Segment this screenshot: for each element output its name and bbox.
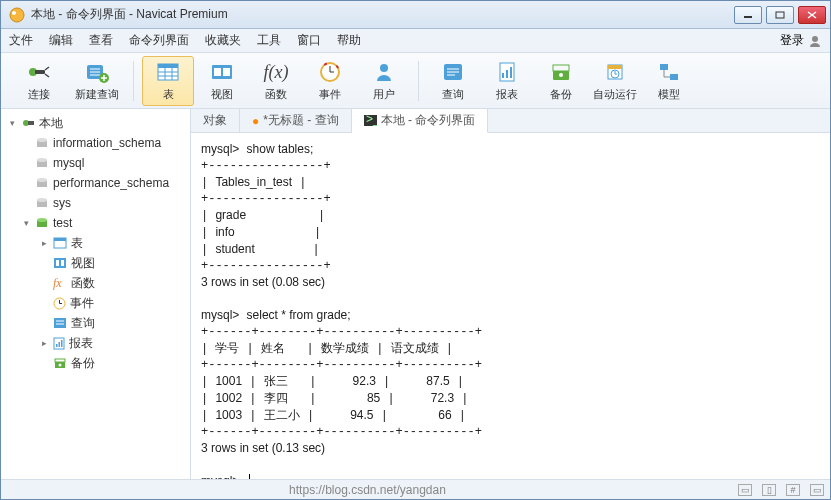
tool-auto[interactable]: 自动运行 — [589, 56, 641, 106]
tree-db-test[interactable]: ▾test — [3, 213, 188, 233]
status-box-4[interactable]: ▭ — [810, 484, 824, 496]
tab-strip: 对象 ●*无标题 - 查询 >_本地 - 命令列界面 — [191, 109, 830, 133]
clock-icon — [53, 297, 66, 310]
minimize-button[interactable] — [734, 6, 762, 24]
chevron-down-icon[interactable]: ▾ — [7, 118, 17, 128]
menu-edit[interactable]: 编辑 — [49, 32, 73, 49]
chevron-down-icon[interactable]: ▾ — [21, 218, 31, 228]
svg-rect-68 — [61, 260, 64, 266]
tool-new-query[interactable]: 新建查询 — [69, 56, 125, 106]
nav-tree[interactable]: ▾ 本地 ▸information_schema ▸mysql ▸perform… — [1, 109, 191, 479]
svg-rect-67 — [56, 260, 59, 266]
svg-rect-25 — [214, 68, 221, 76]
menu-cli[interactable]: 命令列界面 — [129, 32, 189, 49]
svg-rect-26 — [223, 68, 230, 76]
tool-report[interactable]: 报表 — [481, 56, 533, 106]
svg-rect-44 — [608, 65, 622, 69]
tree-db[interactable]: ▸mysql — [3, 153, 188, 173]
database-icon — [35, 177, 49, 189]
auto-icon — [604, 61, 626, 83]
status-box-2[interactable]: ▯ — [762, 484, 776, 496]
svg-point-0 — [10, 8, 24, 22]
query-icon — [53, 317, 67, 329]
maximize-button[interactable] — [766, 6, 794, 24]
tree-conn[interactable]: ▾ 本地 — [3, 113, 188, 133]
user-icon — [808, 34, 822, 48]
query-icon — [442, 62, 464, 82]
tree-db[interactable]: ▸sys — [3, 193, 188, 213]
menu-file[interactable]: 文件 — [9, 32, 33, 49]
svg-rect-38 — [506, 70, 508, 78]
menu-fav[interactable]: 收藏夹 — [205, 32, 241, 49]
menu-help[interactable]: 帮助 — [337, 32, 361, 49]
chevron-right-icon[interactable]: ▸ — [39, 338, 49, 348]
fx-icon: fx — [53, 276, 67, 291]
tool-user[interactable]: 用户 — [358, 56, 410, 106]
svg-point-6 — [812, 36, 818, 42]
svg-rect-49 — [670, 74, 678, 80]
tool-table[interactable]: 表 — [142, 56, 194, 106]
tree-views[interactable]: ▸视图 — [3, 253, 188, 273]
tool-function[interactable]: f(x) 函数 — [250, 56, 302, 106]
svg-rect-48 — [660, 64, 668, 70]
tab-objects[interactable]: 对象 — [191, 109, 240, 132]
console-icon: >_ — [364, 115, 377, 126]
tab-cli[interactable]: >_本地 - 命令列界面 — [352, 109, 489, 133]
window-title: 本地 - 命令列界面 - Navicat Premium — [31, 6, 734, 23]
toolbar-separator — [418, 61, 419, 101]
table-icon — [156, 62, 180, 82]
svg-point-57 — [37, 158, 47, 162]
svg-text:>_: >_ — [366, 115, 377, 126]
tool-backup[interactable]: 备份 — [535, 56, 587, 106]
tree-db[interactable]: ▸information_schema — [3, 133, 188, 153]
view-icon — [53, 257, 67, 269]
svg-rect-80 — [55, 359, 65, 362]
svg-point-42 — [559, 73, 563, 77]
tool-event[interactable]: 事件 — [304, 56, 356, 106]
database-icon — [35, 157, 49, 169]
tree-db[interactable]: ▸performance_schema — [3, 173, 188, 193]
tab-untitled-query[interactable]: ●*无标题 - 查询 — [240, 109, 352, 132]
status-box-3[interactable]: # — [786, 484, 800, 496]
svg-point-59 — [37, 178, 47, 182]
fx-icon: f(x) — [264, 62, 289, 83]
svg-rect-3 — [776, 12, 784, 18]
statusbar: https://blog.csdn.net/yangdan ▭ ▯ # ▭ — [1, 479, 830, 499]
login-label: 登录 — [780, 32, 804, 49]
tree-backups[interactable]: ▸备份 — [3, 353, 188, 373]
tree-functions[interactable]: ▸fx函数 — [3, 273, 188, 293]
backup-icon — [550, 62, 572, 82]
svg-rect-8 — [35, 70, 45, 74]
svg-point-63 — [37, 218, 47, 222]
svg-rect-77 — [59, 342, 61, 347]
svg-rect-39 — [510, 67, 512, 78]
svg-line-9 — [45, 67, 49, 70]
tool-view[interactable]: 视图 — [196, 56, 248, 106]
model-icon — [658, 62, 680, 82]
svg-point-61 — [37, 198, 47, 202]
close-button[interactable] — [798, 6, 826, 24]
connection-icon — [21, 117, 35, 129]
menu-window[interactable]: 窗口 — [297, 32, 321, 49]
svg-point-81 — [59, 364, 62, 367]
tree-reports[interactable]: ▸报表 — [3, 333, 188, 353]
database-icon — [35, 137, 49, 149]
status-box-1[interactable]: ▭ — [738, 484, 752, 496]
toolbar-separator — [133, 61, 134, 101]
plug-icon — [25, 61, 53, 83]
tree-tables[interactable]: ▸表 — [3, 233, 188, 253]
tree-events[interactable]: ▸事件 — [3, 293, 188, 313]
console-output[interactable]: mysql> show tables; +----------------+ |… — [191, 133, 830, 479]
table-icon — [53, 237, 67, 249]
titlebar: 本地 - 命令列界面 - Navicat Premium — [1, 1, 830, 29]
tool-model[interactable]: 模型 — [643, 56, 695, 106]
menu-tools[interactable]: 工具 — [257, 32, 281, 49]
login-button[interactable]: 登录 — [780, 32, 822, 49]
clock-icon — [319, 61, 341, 83]
svg-point-1 — [12, 11, 16, 15]
menu-view[interactable]: 查看 — [89, 32, 113, 49]
tree-queries[interactable]: ▸查询 — [3, 313, 188, 333]
tool-connect[interactable]: 连接 — [11, 56, 67, 106]
tool-query[interactable]: 查询 — [427, 56, 479, 106]
chevron-right-icon[interactable]: ▸ — [39, 238, 49, 248]
